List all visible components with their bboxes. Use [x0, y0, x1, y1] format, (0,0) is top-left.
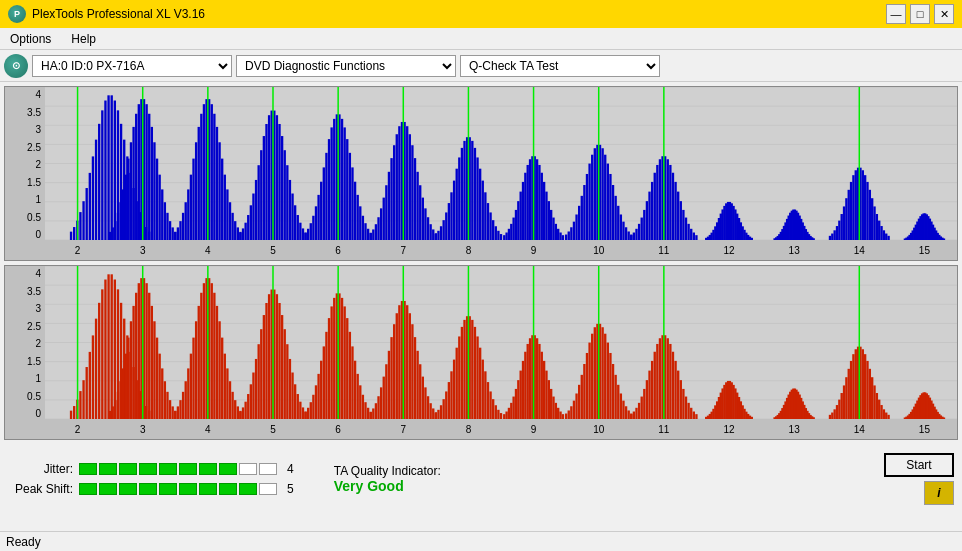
x-label: 5 — [270, 424, 276, 435]
x-label: 7 — [401, 424, 407, 435]
chart2-area — [45, 266, 957, 419]
progress-segment — [179, 483, 197, 495]
progress-segment — [99, 483, 117, 495]
start-button[interactable]: Start — [884, 453, 954, 477]
x-label: 15 — [919, 424, 930, 435]
ta-value: Very Good — [334, 478, 441, 494]
x-label: 7 — [401, 245, 407, 256]
menubar: Options Help — [0, 28, 962, 50]
progress-segment — [219, 483, 237, 495]
jitter-bar — [79, 463, 277, 475]
x-label: 9 — [531, 424, 537, 435]
menu-options[interactable]: Options — [4, 30, 57, 48]
x-label: 3 — [140, 424, 146, 435]
progress-segment — [259, 483, 277, 495]
metrics-section: Jitter: 4 Peak Shift: 5 — [8, 462, 294, 496]
chart1-y-axis: 4 3.5 3 2.5 2 1.5 1 0.5 0 — [5, 87, 45, 240]
test-select[interactable]: Q-Check TA Test — [460, 55, 660, 77]
jitter-row: Jitter: 4 — [8, 462, 294, 476]
info-button[interactable]: i — [924, 481, 954, 505]
progress-segment — [139, 463, 157, 475]
chart1-container: 4 3.5 3 2.5 2 1.5 1 0.5 0 23456789101112… — [4, 86, 958, 261]
peakshift-label: Peak Shift: — [8, 482, 73, 496]
progress-segment — [199, 463, 217, 475]
drive-select[interactable]: HA:0 ID:0 PX-716A — [32, 55, 232, 77]
progress-segment — [79, 483, 97, 495]
x-label: 5 — [270, 245, 276, 256]
titlebar-left: P PlexTools Professional XL V3.16 — [8, 5, 205, 23]
x-label: 4 — [205, 424, 211, 435]
x-label: 14 — [854, 424, 865, 435]
jitter-label: Jitter: — [8, 462, 73, 476]
chart1-x-axis: 23456789101112131415 — [45, 240, 957, 260]
jitter-value: 4 — [287, 462, 294, 476]
peakshift-bar — [79, 483, 277, 495]
menu-help[interactable]: Help — [65, 30, 102, 48]
chart2-y-axis: 4 3.5 3 2.5 2 1.5 1 0.5 0 — [5, 266, 45, 419]
progress-segment — [239, 463, 257, 475]
x-label: 3 — [140, 245, 146, 256]
progress-segment — [239, 483, 257, 495]
ta-label: TA Quality Indicator: — [334, 464, 441, 478]
x-label: 14 — [854, 245, 865, 256]
chart2-container: 4 3.5 3 2.5 2 1.5 1 0.5 0 23456789101112… — [4, 265, 958, 440]
x-label: 11 — [658, 424, 669, 435]
x-label: 12 — [723, 424, 734, 435]
progress-segment — [179, 463, 197, 475]
x-label: 8 — [466, 424, 472, 435]
start-section: Start i — [884, 453, 954, 505]
progress-segment — [219, 463, 237, 475]
progress-segment — [199, 483, 217, 495]
app-title: PlexTools Professional XL V3.16 — [32, 7, 205, 21]
x-label: 4 — [205, 245, 211, 256]
maximize-button[interactable]: □ — [910, 4, 930, 24]
x-label: 6 — [335, 245, 341, 256]
ta-section: TA Quality Indicator: Very Good — [334, 464, 441, 494]
drive-icon: ⊙ — [4, 54, 28, 78]
main-content: 4 3.5 3 2.5 2 1.5 1 0.5 0 23456789101112… — [0, 82, 962, 444]
x-label: 9 — [531, 245, 537, 256]
app-icon: P — [8, 5, 26, 23]
chart2-x-axis: 23456789101112131415 — [45, 419, 957, 439]
titlebar-controls: — □ ✕ — [886, 4, 954, 24]
peakshift-value: 5 — [287, 482, 294, 496]
x-label: 10 — [593, 245, 604, 256]
x-label: 15 — [919, 245, 930, 256]
progress-segment — [119, 483, 137, 495]
bottom-panel: Jitter: 4 Peak Shift: 5 TA Quality Indic… — [0, 444, 962, 514]
x-label: 13 — [789, 424, 800, 435]
x-label: 2 — [75, 245, 81, 256]
status-text: Ready — [6, 535, 41, 549]
chart1-area — [45, 87, 957, 240]
function-select[interactable]: DVD Diagnostic Functions — [236, 55, 456, 77]
progress-segment — [99, 463, 117, 475]
peakshift-row: Peak Shift: 5 — [8, 482, 294, 496]
titlebar: P PlexTools Professional XL V3.16 — □ ✕ — [0, 0, 962, 28]
x-label: 6 — [335, 424, 341, 435]
close-button[interactable]: ✕ — [934, 4, 954, 24]
x-label: 2 — [75, 424, 81, 435]
toolbar: ⊙ HA:0 ID:0 PX-716A DVD Diagnostic Funct… — [0, 50, 962, 82]
minimize-button[interactable]: — — [886, 4, 906, 24]
x-label: 8 — [466, 245, 472, 256]
progress-segment — [139, 483, 157, 495]
x-label: 13 — [789, 245, 800, 256]
progress-segment — [119, 463, 137, 475]
x-label: 10 — [593, 424, 604, 435]
progress-segment — [159, 463, 177, 475]
statusbar: Ready — [0, 531, 962, 551]
progress-segment — [259, 463, 277, 475]
progress-segment — [79, 463, 97, 475]
progress-segment — [159, 483, 177, 495]
x-label: 12 — [723, 245, 734, 256]
x-label: 11 — [658, 245, 669, 256]
